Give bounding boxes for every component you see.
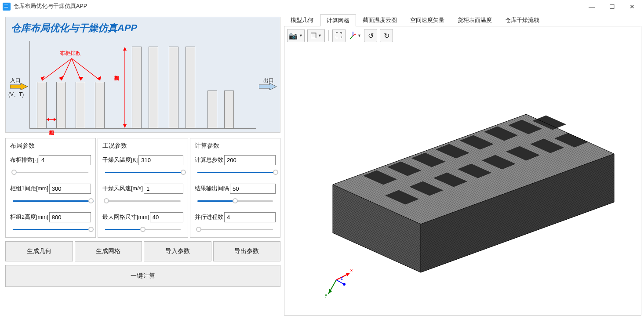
param-group-condition: 工况参数 干燥风温度[K] 干燥风风速[m/s] [98,138,188,238]
air-temp-slider[interactable] [102,169,183,176]
param-label: 干燥风温度[K] [102,156,138,164]
axis-x-label: x [350,268,353,273]
expand-icon: ⛶ [335,32,342,40]
svg-line-2 [42,58,72,80]
param-label: 布柜排数[-] [10,156,38,164]
svg-marker-12 [54,118,56,121]
tab-geometry[interactable]: 模型几何 [284,14,320,26]
param-label: 计算总步数 [195,156,223,164]
close-button[interactable]: ✕ [622,0,642,13]
svg-line-16 [353,33,356,36]
rack-height-input[interactable] [49,212,91,222]
export-params-button[interactable]: 导出参数 [213,241,281,261]
outlet-arrow-icon [259,83,277,90]
hero-panel: 仓库布局优化与干燥仿真APP 入口 (V、T) 出口 [5,17,280,133]
param-row: 布局参数 布柜排数[-] 柜组1间距[mm] [4,138,282,238]
minimize-button[interactable]: — [582,0,602,13]
rack-spacing-input[interactable] [49,184,91,194]
tab-mesh[interactable]: 计算网格 [320,14,356,26]
tab-bar: 模型几何 计算网格 截面温度云图 空间速度矢量 货柜表面温度 仓库干燥流线 [284,15,641,26]
svg-marker-1 [259,83,277,90]
air-speed-slider[interactable] [102,197,183,204]
max-mesh-slider[interactable] [102,226,183,233]
param-label: 结果输出间隔 [195,185,229,192]
max-mesh-input[interactable] [150,212,183,222]
air-temp-input[interactable] [138,155,183,165]
steps-input[interactable] [224,155,276,165]
rack-height-arrow [120,46,129,129]
chevron-down-icon: ▼ [318,33,322,38]
button-row: 生成几何 生成网格 导入参数 导出参数 [4,238,282,263]
toolbar-separator [328,30,329,41]
axis-icon [348,31,356,40]
right-panel: 模型几何 计算网格 截面温度云图 空间速度矢量 货柜表面温度 仓库干燥流线 📷▼… [282,13,644,319]
svg-point-44 [343,283,346,286]
param-group-compute: 计算参数 计算总步数 结果输出间隔 [190,138,280,238]
maximize-button[interactable]: ☐ [602,0,622,13]
snapshot-button[interactable]: 📷▼ [287,29,305,42]
parallel-slider[interactable] [195,226,276,233]
window-title: 仓库布局优化与干燥仿真APP [13,3,87,10]
rotate-cw-button[interactable]: ↻ [380,29,393,42]
viewport[interactable]: 📷▼ ❒▼ ⛶ ▼ ↺ ↻ [284,26,641,315]
group-title: 计算参数 [195,142,276,150]
view-cube-button[interactable]: ❒▼ [307,29,325,42]
viewport-toolbar: 📷▼ ❒▼ ⛶ ▼ ↺ ↻ [287,29,393,42]
hero-title: 仓库布局优化与干燥仿真APP [11,22,275,35]
param-label: 柜组2高度[mm] [10,214,48,221]
svg-marker-14 [123,47,127,51]
group-title: 布局参数 [10,142,91,150]
steps-slider[interactable] [195,169,276,176]
svg-line-17 [350,36,353,39]
rack-count-arrows [30,41,118,94]
rack-count-input[interactable] [39,155,91,165]
gen-geometry-button[interactable]: 生成几何 [5,241,73,261]
rack-count-label: 布柜排数 [60,50,81,57]
rack-count-slider[interactable] [10,169,91,176]
rack-spacing-arrow [37,93,68,128]
tab-streamlines[interactable]: 仓库干燥流线 [498,14,546,26]
svg-marker-0 [10,83,28,90]
svg-marker-15 [123,124,127,128]
chevron-down-icon: ▼ [357,33,361,38]
tab-velocity[interactable]: 空间速度矢量 [404,14,451,26]
output-interval-slider[interactable] [195,197,276,204]
group-title: 工况参数 [102,142,183,150]
tab-temp-contour[interactable]: 截面温度云图 [356,14,404,26]
rotate-cw-icon: ↻ [384,32,389,40]
param-label: 最大网格尺寸[mm] [102,214,149,221]
rack-height-slider[interactable] [10,226,91,233]
calculate-button[interactable]: 一键计算 [5,265,280,287]
chevron-down-icon: ▼ [299,33,303,38]
air-speed-input[interactable] [144,184,183,194]
param-label: 柜组1间距[mm] [10,185,48,192]
svg-marker-11 [47,118,49,121]
rotate-ccw-button[interactable]: ↺ [364,29,377,42]
camera-icon: 📷 [289,32,298,40]
param-label: 干燥风风速[m/s] [102,185,143,192]
cube-icon: ❒ [310,32,317,40]
left-panel: 仓库布局优化与干燥仿真APP 入口 (V、T) 出口 [0,13,282,319]
axis-y-label: y [325,293,327,297]
svg-line-43 [336,280,344,284]
axis-triad: x z y [324,262,355,297]
output-interval-input[interactable] [230,184,276,194]
gen-mesh-button[interactable]: 生成网格 [75,241,142,261]
svg-line-4 [62,58,72,80]
param-label: 并行进程数 [195,214,223,221]
rack-spacing-slider[interactable] [10,197,91,204]
axis-z-label: z [341,276,343,281]
rotate-ccw-icon: ↺ [368,32,374,40]
import-params-button[interactable]: 导入参数 [144,241,211,261]
zoom-extents-button[interactable]: ⛶ [332,29,346,42]
parallel-input[interactable] [224,212,276,222]
window-controls: — ☐ ✕ [582,0,642,13]
app-icon [3,3,11,11]
inlet-vt-label: (V、T) [8,91,24,98]
tab-surface-temp[interactable]: 货柜表面温度 [451,14,498,26]
window-titlebar: 仓库布局优化与干燥仿真APP — ☐ ✕ [0,0,644,13]
param-group-layout: 布局参数 布柜排数[-] 柜组1间距[mm] [5,138,96,238]
svg-marker-7 [78,77,84,80]
inlet-arrow-icon [10,83,28,90]
axis-orientation-button[interactable]: ▼ [348,29,361,42]
